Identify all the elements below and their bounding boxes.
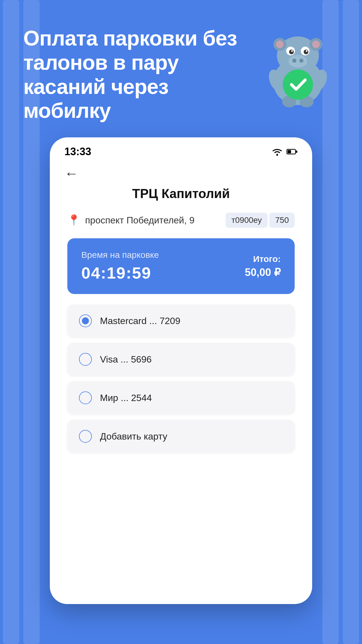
svg-point-14 — [299, 59, 303, 63]
mascot-container — [257, 23, 339, 111]
location-row: 📍 проспект Победителей, 9 т0900еу 750 — [67, 213, 295, 228]
payment-option-add[interactable]: Добавить карту — [67, 420, 295, 453]
parking-time-section: Время на парковке 04:19:59 — [81, 250, 159, 282]
svg-point-3 — [276, 41, 284, 48]
wifi-icon — [271, 147, 283, 156]
svg-rect-23 — [296, 150, 297, 153]
venue-title: ТРЦ Капитолий — [67, 186, 295, 201]
parking-total-label: Итого: — [245, 254, 281, 264]
svg-point-12 — [289, 55, 307, 68]
payment-label-add: Добавить карту — [100, 431, 167, 442]
parking-time-value: 04:19:59 — [81, 263, 159, 282]
status-icons — [271, 147, 298, 156]
hero-section: Оплата парковки без талонов в пару касан… — [0, 0, 362, 137]
payment-option-visa[interactable]: Visa ... 5696 — [67, 343, 295, 376]
svg-point-10 — [291, 50, 293, 52]
svg-point-13 — [292, 59, 296, 63]
svg-point-11 — [306, 50, 307, 52]
parking-time-label: Время на парковке — [81, 250, 159, 260]
plate-part2: 750 — [269, 213, 295, 228]
svg-point-5 — [312, 41, 320, 48]
radio-btn-add[interactable] — [79, 430, 92, 443]
parking-total-value: 50,00 ₽ — [245, 266, 281, 279]
back-arrow-icon[interactable]: ← — [64, 167, 78, 181]
hippo-mascot — [260, 23, 336, 111]
battery-icon — [287, 148, 298, 155]
status-time: 13:33 — [64, 146, 91, 158]
radio-btn-visa[interactable] — [79, 353, 92, 366]
status-bar: 13:33 — [50, 137, 312, 161]
payment-option-mastercard[interactable]: Mastercard ... 7209 — [67, 304, 295, 337]
radio-btn-mastercard[interactable] — [79, 314, 92, 327]
payment-label-mir: Мир ... 2544 — [100, 393, 152, 403]
svg-point-19 — [283, 69, 313, 100]
radio-btn-mir[interactable] — [79, 391, 92, 404]
svg-point-20 — [276, 154, 278, 156]
venue-address: проспект Победителей, 9 — [85, 215, 194, 226]
svg-point-8 — [289, 50, 294, 54]
payment-label-mastercard: Mastercard ... 7209 — [100, 316, 180, 326]
plate-part1: т0900еу — [226, 213, 268, 228]
phone-mockup: 13:33 ← — [50, 137, 312, 604]
payment-option-mir[interactable]: Мир ... 2544 — [67, 382, 295, 414]
phone-content: ТРЦ Капитолий 📍 проспект Победителей, 9 … — [50, 186, 312, 470]
back-button-row[interactable]: ← — [50, 161, 312, 186]
payment-label-visa: Visa ... 5696 — [100, 354, 152, 365]
location-left: 📍 проспект Победителей, 9 — [67, 214, 194, 226]
phone-wrapper: 13:33 ← — [0, 137, 362, 604]
svg-point-9 — [304, 50, 308, 54]
location-pin-icon: 📍 — [67, 214, 80, 226]
radio-inner-mastercard — [82, 317, 89, 324]
svg-rect-22 — [288, 150, 291, 153]
hero-text-block: Оплата парковки без талонов в пару касан… — [23, 23, 257, 123]
plate-badges: т0900еу 750 — [226, 213, 295, 228]
parking-card: Время на парковке 04:19:59 Итого: 50,00 … — [67, 238, 295, 294]
parking-total-section: Итого: 50,00 ₽ — [245, 254, 281, 279]
payment-options-list: Mastercard ... 7209Visa ... 5696Мир ... … — [67, 304, 295, 453]
hero-title: Оплата парковки без талонов в пару касан… — [23, 26, 257, 123]
